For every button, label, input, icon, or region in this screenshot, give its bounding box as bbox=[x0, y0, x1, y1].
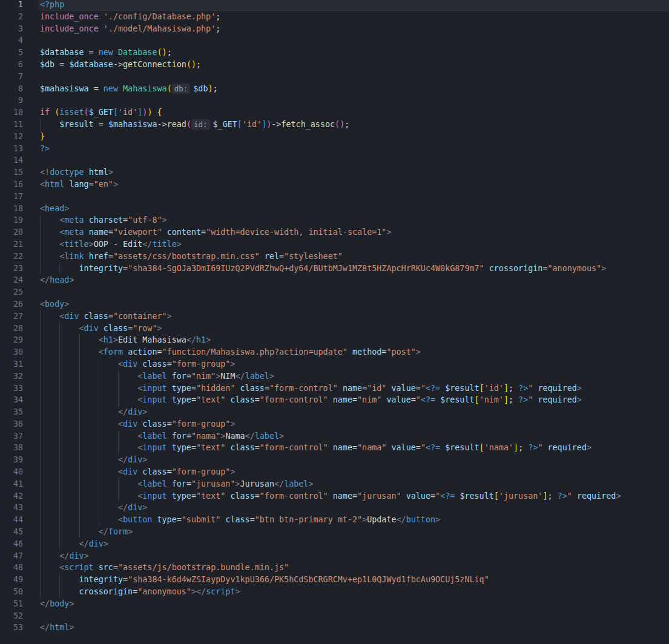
code-token: new bbox=[99, 48, 113, 57]
code-token: './model/Mahasiswa.php' bbox=[104, 24, 216, 33]
code-token: = bbox=[108, 312, 113, 321]
code-token: -> bbox=[157, 120, 167, 129]
code-token: < bbox=[99, 347, 104, 356]
code-line[interactable]: 15<!doctype html> bbox=[0, 166, 669, 179]
code-line[interactable]: 6$db = $database->getConnection(); bbox=[0, 59, 669, 71]
code-token bbox=[40, 120, 59, 129]
code-token: for bbox=[172, 372, 186, 381]
code-line[interactable]: 36 <div class="form-group"> bbox=[0, 418, 669, 430]
code-line[interactable]: 32 <label for="nim">NIM</label> bbox=[0, 370, 669, 383]
code-token: < bbox=[118, 515, 123, 524]
code-line[interactable]: 24</head> bbox=[0, 274, 669, 286]
code-token: <?php bbox=[40, 0, 64, 9]
code-editor[interactable]: 1<?php2include_once './config/Database.p… bbox=[0, 0, 669, 644]
code-line[interactable]: 16<html lang="en"> bbox=[0, 179, 669, 191]
code-line[interactable]: 42 <input type="text" class="form-contro… bbox=[0, 490, 669, 502]
code-token: > bbox=[416, 347, 421, 356]
code-line[interactable]: 45 </form> bbox=[0, 526, 669, 538]
code-line[interactable]: 51</body> bbox=[0, 598, 669, 610]
code-line-content: <meta name="viewport" content="width=dev… bbox=[38, 226, 669, 238]
code-line-content bbox=[38, 154, 669, 166]
code-token: $database bbox=[69, 60, 113, 69]
code-token: = bbox=[123, 575, 128, 584]
code-token: doctype bbox=[50, 168, 84, 177]
code-token: rel bbox=[265, 252, 279, 261]
code-line[interactable]: 29 <h1>Edit Mahasiswa</h1> bbox=[0, 334, 669, 346]
code-token: if bbox=[40, 108, 50, 117]
line-number: 50 bbox=[0, 586, 23, 598]
code-line[interactable]: 27 <div class="container"> bbox=[0, 310, 669, 323]
code-line[interactable]: 11 $result = $mahasiswa->read(id:$_GET['… bbox=[0, 119, 669, 131]
code-line[interactable]: 31 <div class="form-group"> bbox=[0, 358, 669, 370]
code-line[interactable]: 5$database = new Database(); bbox=[0, 47, 669, 59]
code-token: = bbox=[108, 252, 113, 261]
code-line[interactable]: 7 bbox=[0, 71, 669, 83]
code-line[interactable]: 22 <link href="assets/css/bootstrap.min.… bbox=[0, 251, 669, 263]
code-token: $_GET bbox=[213, 120, 237, 129]
code-line[interactable]: 14 bbox=[0, 154, 669, 166]
code-line[interactable]: 43 </div> bbox=[0, 502, 669, 514]
code-line[interactable]: 41 <label for="jurusan">Jurusan</label> bbox=[0, 478, 669, 490]
line-number: 51 bbox=[0, 598, 23, 610]
code-line[interactable]: 37 <label for="nama">Nama</label> bbox=[0, 430, 669, 442]
code-line[interactable]: 1<?php bbox=[0, 0, 669, 11]
code-line[interactable]: 35 </div> bbox=[0, 406, 669, 418]
code-line[interactable]: 53</html> bbox=[0, 622, 669, 634]
code-line[interactable]: 10if (isset($_GET['id'])) { bbox=[0, 107, 669, 119]
code-token: "form-control" bbox=[260, 395, 328, 404]
code-line-content: </html> bbox=[38, 622, 669, 634]
code-token: ( bbox=[84, 108, 89, 117]
code-line[interactable]: 40 <div class="form-group"> bbox=[0, 466, 669, 478]
code-line[interactable]: 33 <input type="hidden" class="form-cont… bbox=[0, 383, 669, 395]
code-line[interactable]: 13?> bbox=[0, 143, 669, 155]
code-line-content: <head> bbox=[38, 203, 669, 215]
code-token: class bbox=[230, 443, 254, 452]
code-line[interactable]: 50 crossorigin="anonymous"></script> bbox=[0, 586, 669, 598]
code-tokens: </div> bbox=[40, 455, 147, 464]
code-token: ) bbox=[208, 84, 213, 93]
code-token: > bbox=[69, 599, 74, 608]
code-line[interactable]: 4 bbox=[0, 34, 669, 47]
code-token: > bbox=[616, 491, 621, 501]
code-line[interactable]: 46 </div> bbox=[0, 538, 669, 550]
code-line[interactable]: 2include_once './config/Database.php'; bbox=[0, 11, 669, 23]
code-token: = bbox=[167, 419, 172, 429]
code-line[interactable]: 3include_once './model/Mahasiswa.php'; bbox=[0, 23, 669, 35]
code-line[interactable]: 26<body> bbox=[0, 298, 669, 310]
code-token: name bbox=[333, 395, 352, 404]
code-token: = bbox=[255, 443, 260, 452]
code-token: "id" bbox=[367, 384, 386, 393]
code-token: "utf-8" bbox=[128, 215, 162, 225]
code-line[interactable]: 19 <meta charset="utf-8"> bbox=[0, 214, 669, 226]
code-line[interactable]: 25 bbox=[0, 286, 669, 298]
code-token: = bbox=[89, 84, 104, 93]
code-token: title bbox=[64, 240, 88, 249]
code-line[interactable]: 38 <input type="text" class="form-contro… bbox=[0, 442, 669, 454]
code-line[interactable]: 12} bbox=[0, 131, 669, 143]
code-line[interactable]: 9 bbox=[0, 94, 669, 107]
code-line[interactable]: 8$mahasiswa = new Mahasiswa(db:$db); bbox=[0, 83, 669, 95]
code-line[interactable]: 23 integrity="sha384-SgOJa3DmI69IUzQ2PVd… bbox=[0, 263, 669, 275]
code-token: include_once bbox=[40, 12, 99, 21]
code-token: </ bbox=[196, 587, 206, 596]
code-line[interactable]: 28 <div class="row"> bbox=[0, 323, 669, 335]
code-token bbox=[40, 515, 118, 524]
code-token: type bbox=[172, 443, 191, 452]
code-line[interactable]: 39 </div> bbox=[0, 454, 669, 466]
code-line[interactable]: 30 <form action="function/Mahasiswa.php?… bbox=[0, 346, 669, 358]
code-token: form bbox=[108, 527, 128, 536]
code-line[interactable]: 47 </div> bbox=[0, 550, 669, 562]
code-line[interactable]: 20 <meta name="viewport" content="width=… bbox=[0, 226, 669, 238]
code-line[interactable]: 49 integrity="sha384-k6d4wZSIaypDyv1kpU3… bbox=[0, 574, 669, 586]
code-line[interactable]: 18<head> bbox=[0, 203, 669, 215]
code-token bbox=[167, 372, 172, 381]
code-line-content: crossorigin="anonymous"></script> bbox=[38, 586, 669, 598]
code-token bbox=[113, 48, 118, 57]
code-line[interactable]: 34 <input type="text" class="form-contro… bbox=[0, 394, 669, 406]
code-line[interactable]: 44 <button type="submit" class="btn btn-… bbox=[0, 514, 669, 526]
code-token bbox=[40, 215, 59, 225]
code-line[interactable]: 52 bbox=[0, 610, 669, 622]
code-line[interactable]: 48 <script src="assets/js/bootstrap.bund… bbox=[0, 562, 669, 574]
code-line[interactable]: 17 bbox=[0, 191, 669, 203]
code-line[interactable]: 21 <title>OOP - Edit</title> bbox=[0, 238, 669, 251]
